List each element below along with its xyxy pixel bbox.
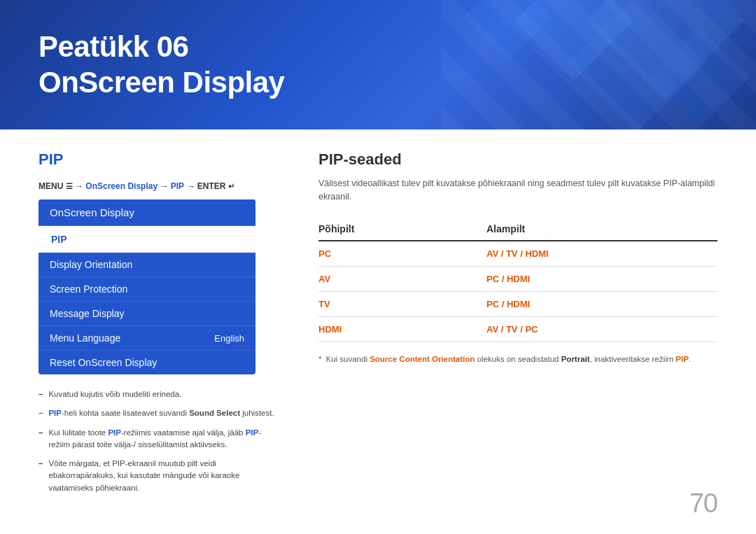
table-row: TVPC / HDMI (318, 291, 718, 316)
note-3-text: Kui lülitate toote PIP-režiimis vaatamis… (48, 427, 276, 451)
table-row: AVPC / HDMI (318, 266, 718, 291)
pip-description: Välisest videoallikast tulev pilt kuvata… (318, 177, 718, 204)
portrait-label: Portrait (561, 355, 590, 363)
menu-path: MENU ☰ → OnScreen Display → PIP → ENTER … (38, 181, 276, 191)
sound-select-label: Sound Select (189, 409, 240, 417)
col-sub-cell: PC / HDMI (458, 266, 718, 291)
menu-item-message-display[interactable]: Message Display (38, 302, 255, 326)
note-1-text: Kuvatud kujutis võib mudeliti erineda. (48, 388, 181, 400)
pip-table: Põhipilt Alampilt PCAV / TV / HDMIAVPC /… (318, 218, 718, 342)
menu-item-display-orientation[interactable]: Display Orientation (38, 253, 255, 277)
osd-menu-header: OnScreen Display (38, 199, 255, 226)
note-4-text: Võite märgata, et PIP-ekraanil muutub pi… (48, 458, 276, 494)
pip-link: PIP (171, 181, 184, 191)
note-3: – Kui lülitate toote PIP-režiimis vaatam… (38, 427, 276, 451)
chapter-label: Peatükk 06 (38, 30, 188, 63)
arrow-3: → (186, 181, 197, 191)
table-header-row: Põhipilt Alampilt (318, 218, 718, 241)
col-sub-cell: PC / HDMI (458, 291, 718, 316)
table-row: PCAV / TV / HDMI (318, 241, 718, 267)
notes-section: – Kuvatud kujutis võib mudeliti erineda.… (38, 388, 276, 494)
menu-item-message-display-label: Message Display (50, 308, 125, 319)
col-main-cell: PC (318, 241, 458, 267)
footnote-text: Kui suvandi Source Content Orientation o… (326, 353, 691, 365)
menu-item-reset-label: Reset OnScreen Display (50, 357, 157, 368)
menu-item-reset[interactable]: Reset OnScreen Display (38, 351, 255, 374)
onscreen-display-link: OnScreen Display (85, 181, 158, 191)
pip-seaded-title: PIP-seaded (318, 150, 718, 169)
main-content: PIP MENU ☰ → OnScreen Display → PIP → EN… (0, 129, 756, 515)
page-number: 70 (690, 489, 718, 519)
col-sub-cell: AV / TV / HDMI (458, 241, 718, 267)
menu-item-screen-protection[interactable]: Screen Protection (38, 277, 255, 302)
menu-item-pip[interactable]: PIP (38, 226, 255, 253)
pip-section-title: PIP (38, 150, 276, 169)
chapter-name: OnScreen Display (38, 66, 284, 99)
pip-label: PIP (48, 409, 62, 417)
pip-label-2: PIP (108, 428, 121, 437)
col-sub-header: Alampilt (458, 218, 718, 241)
note-2-text: PIP-heli kohta saate lisateavet suvandi … (48, 407, 274, 419)
col-main-cell: HDMI (318, 316, 458, 342)
arrow-1: → (75, 181, 85, 191)
note-2: – PIP-heli kohta saate lisateavet suvand… (38, 407, 276, 419)
footnote: * Kui suvandi Source Content Orientation… (318, 353, 718, 365)
menu-label: MENU ☰ (38, 181, 73, 191)
right-panel: PIP-seaded Välisest videoallikast tulev … (318, 150, 718, 501)
decorative-pattern (441, 0, 756, 129)
menu-language-value: English (214, 333, 244, 344)
note-1-dash: – (38, 388, 43, 400)
col-main-cell: TV (318, 291, 458, 316)
col-main-cell: AV (318, 266, 458, 291)
table-row: HDMIAV / TV / PC (318, 316, 718, 342)
note-4: – Võite märgata, et PIP-ekraanil muutub … (38, 458, 276, 494)
note-1: – Kuvatud kujutis võib mudeliti erineda. (38, 388, 276, 400)
note-2-dash: – (38, 407, 43, 419)
note-4-dash: – (38, 458, 43, 494)
header-banner: Peatükk 06 OnScreen Display (0, 0, 756, 129)
menu-item-screen-protection-label: Screen Protection (50, 283, 127, 295)
arrow-2: → (160, 181, 170, 191)
col-main-header: Põhipilt (318, 218, 458, 241)
menu-item-pip-label: PIP (51, 234, 67, 245)
source-content-orientation: Source Content Orientation (370, 355, 475, 363)
left-panel: PIP MENU ☰ → OnScreen Display → PIP → EN… (38, 150, 276, 501)
footnote-dash: * (318, 353, 321, 365)
enter-label: ENTER ↵ (197, 181, 234, 191)
osd-menu: OnScreen Display PIP Display Orientation… (38, 199, 255, 374)
col-sub-cell: AV / TV / PC (458, 316, 718, 342)
menu-item-menu-language-label: Menu Language (50, 332, 120, 344)
pip-label-3: PIP (246, 428, 259, 437)
header-title: Peatükk 06 OnScreen Display (38, 29, 284, 100)
note-3-dash: – (38, 427, 43, 451)
menu-item-menu-language[interactable]: Menu Language English (38, 326, 255, 351)
menu-item-display-orientation-label: Display Orientation (50, 259, 132, 270)
pip-footnote-label: PIP (676, 355, 689, 363)
